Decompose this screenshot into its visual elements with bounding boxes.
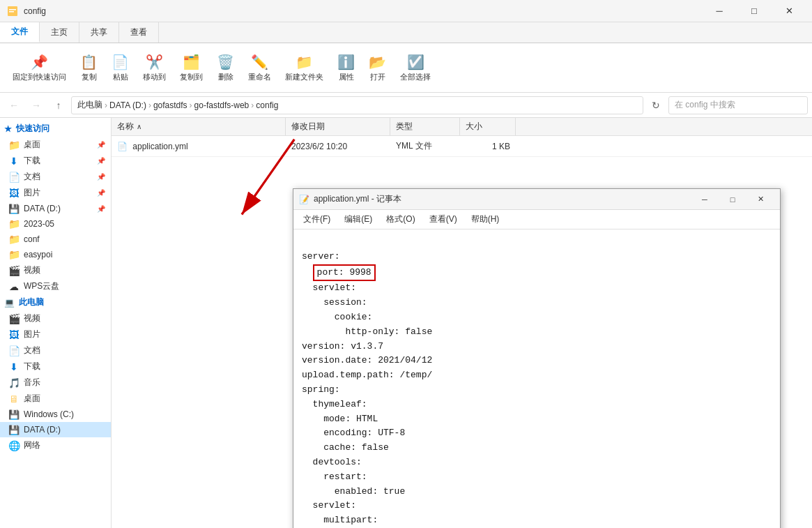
notepad-close[interactable]: ✕ [746,190,774,209]
sidebar-quick-access-header[interactable]: ★ 快速访问 [0,121,111,137]
pin-icon2: 📌 [97,157,105,165]
drive-icon: 💾 [8,203,20,214]
copy-to-button[interactable]: 🗂️ 复制到 [174,47,208,89]
open-label: 打开 [370,72,385,82]
sidebar-item-video-pc[interactable]: 🎬 视频 [0,310,111,326]
menu-edit[interactable]: 编辑(E) [337,211,379,228]
notepad-menu: 文件(F) 编辑(E) 格式(O) 查看(V) 帮助(H) [293,210,780,229]
file-row[interactable]: 📄 application.yml 2023/6/2 10:20 YML 文件 … [112,136,812,157]
notepad-icon: 📝 [299,195,309,204]
properties-label: 属性 [339,72,354,82]
sidebar-item-easypoi[interactable]: 📁 easypoi [0,247,111,262]
window-icon [7,6,18,17]
sidebar-item-docs-pc[interactable]: 📄 文档 [0,342,111,359]
forward-button[interactable]: → [26,96,46,115]
pin-icon: 📌 [97,141,105,149]
delete-button[interactable]: 🗑️ 删除 [211,47,240,89]
sidebar-item-data-d[interactable]: 💾 DATA (D:) [0,422,111,437]
ribbon-content: 📌 固定到快速访问 📋 复制 📄 粘贴 ✂️ 移动到 🗂️ 复制到 🗑️ 删除 … [0,43,812,92]
line-session: session: [302,297,367,308]
rename-label: 重命名 [248,72,271,82]
sidebar-item-download-pc[interactable]: ⬇ 下载 [0,359,111,375]
sidebar-item-desktop-quick[interactable]: 📁 桌面 📌 [0,137,111,153]
sidebar-item-network[interactable]: 🌐 网络 [0,437,111,453]
menu-format[interactable]: 格式(O) [379,211,422,228]
file-date: 2023/6/2 10:20 [286,140,390,153]
move-label: 移动到 [143,72,166,82]
file-type: YML 文件 [390,139,460,153]
video-icon2: 🎬 [8,313,20,324]
network-icon: 🌐 [8,440,20,451]
docs-icon: 📄 [8,172,20,183]
sidebar-item-wps[interactable]: ☁ WPS云盘 [0,278,111,294]
sidebar-item-download-quick[interactable]: ⬇ 下载 📌 [0,153,111,169]
maximize-button[interactable]: □ [738,0,770,22]
menu-file[interactable]: 文件(F) [296,211,337,228]
file-name: 📄 application.yml [112,140,286,153]
line-multipart: multipart: [302,515,378,525]
properties-button[interactable]: ℹ️ 属性 [332,47,360,89]
music-icon: 🎵 [8,377,20,389]
move-to-button[interactable]: ✂️ 移动到 [137,47,171,89]
open-button[interactable]: 📂 打开 [363,47,392,89]
wps-icon: ☁ [8,281,20,292]
notepad-minimize[interactable]: ─ [691,190,719,209]
selectall-label: 全部选择 [400,72,431,82]
sidebar-item-docs-quick[interactable]: 📄 文档 📌 [0,169,111,185]
notepad-title: application.yml - 记事本 [314,193,401,205]
sidebar-item-desktop-pc[interactable]: 🖥 桌面 [0,391,111,407]
tab-share[interactable]: 共享 [79,22,119,43]
up-button[interactable]: ↑ [49,96,68,115]
port-highlight: port: 9998 [313,264,376,282]
search-box[interactable]: 在 config 中搜索 [668,96,808,114]
line-version-date: version.date: 2021/04/12 [302,355,432,365]
col-header-date[interactable]: 修改日期 [286,118,390,135]
minimize-button[interactable]: ─ [703,0,735,22]
sidebar-item-windows-c[interactable]: 💾 Windows (C:) [0,407,111,422]
path-web: go-fastdfs-web [194,100,250,110]
drive-d-icon: 💾 [8,424,20,435]
pin-to-quickaccess-button[interactable]: 📌 固定到快速访问 [7,47,72,89]
notepad-window: 📝 application.yml - 记事本 ─ □ ✕ 文件(F) 编辑(E… [293,188,781,528]
copy-button[interactable]: 📋 复制 [75,47,103,89]
notepad-maximize[interactable]: □ [719,190,746,209]
open-icon: 📂 [369,54,386,70]
refresh-button[interactable]: ↻ [646,96,666,115]
back-button[interactable]: ← [4,96,24,115]
col-header-type[interactable]: 类型 [390,118,460,135]
select-all-button[interactable]: ☑️ 全部选择 [394,47,436,89]
sidebar-item-pictures-pc[interactable]: 🖼 图片 [0,326,111,342]
sidebar-item-video-quick[interactable]: 🎬 视频 [0,262,111,278]
notepad-content[interactable]: server: port: 9998 servlet: session: coo… [293,229,780,528]
path-gofastdfs: gofastdfs [153,100,187,110]
col-header-name[interactable]: 名称 ∧ [112,118,286,135]
tab-home[interactable]: 主页 [40,22,79,43]
rename-button[interactable]: ✏️ 重命名 [243,47,277,89]
folder-icon2: 📁 [8,218,20,229]
newfolder-button[interactable]: 📁 新建文件夹 [279,47,329,89]
sidebar-item-music[interactable]: 🎵 音乐 [0,375,111,391]
col-header-size[interactable]: 大小 [460,118,516,135]
folder-icon4: 📁 [8,249,20,260]
sidebar-item-pictures-quick[interactable]: 🖼 图片 📌 [0,185,111,201]
tab-file[interactable]: 文件 [0,22,40,43]
menu-help[interactable]: 帮助(H) [464,211,507,228]
drive-c-icon: 💾 [8,409,20,420]
sidebar-item-conf[interactable]: 📁 conf [0,232,111,247]
address-path[interactable]: 此电脑 › DATA (D:) › gofastdfs › go-fastdfs… [71,96,643,114]
paste-button[interactable]: 📄 粘贴 [106,47,135,89]
sidebar-this-pc-header[interactable]: 💻 此电脑 [0,294,111,310]
computer-icon: 💻 [4,298,15,308]
line-thymeleaf: thymeleaf: [302,399,367,409]
line-port: port: 9998 [302,267,376,278]
tab-view[interactable]: 查看 [119,22,159,43]
close-button[interactable]: ✕ [773,0,805,22]
sidebar-item-2023[interactable]: 📁 2023-05 [0,216,111,232]
properties-icon: ℹ️ [337,54,355,70]
rename-icon: ✏️ [251,54,268,70]
sidebar-item-datad-quick[interactable]: 💾 DATA (D:) 📌 [0,201,111,216]
notepad-titlebar: 📝 application.yml - 记事本 ─ □ ✕ [293,189,780,210]
newfolder-label: 新建文件夹 [285,72,323,82]
line-cache: cache: false [302,442,389,453]
menu-view[interactable]: 查看(V) [422,211,464,228]
